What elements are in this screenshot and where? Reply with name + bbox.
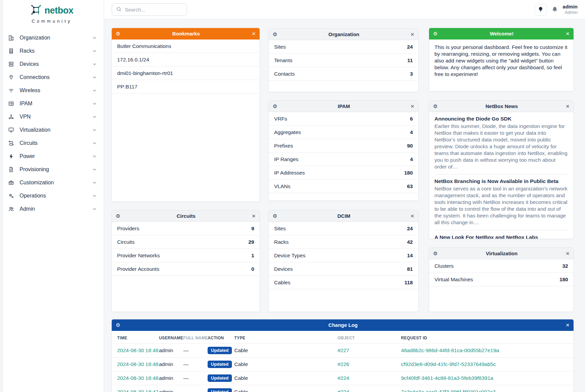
sidebar-item-wireless[interactable]: Wireless [0,84,104,97]
bookmark-item[interactable]: 172.16.0.1/24 [112,53,260,67]
dcim-widget: ⚙ DCIM × Sites24 Racks42 Device Types14 … [268,210,419,312]
chevron-down-icon [92,128,97,132]
column-header-time[interactable]: TIME [112,331,159,344]
widget-close-icon[interactable]: × [566,250,569,257]
column-header-username[interactable]: USERNAME [159,331,183,344]
wifi-icon [8,87,15,94]
chevron-down-icon [92,154,97,159]
bookmark-item[interactable]: PP:B117 [112,80,260,94]
request-id-link[interactable]: 48ad8b2c-986d-44fd-81ca-00d55b27e19a [401,347,499,353]
widget-close-icon[interactable]: × [252,213,256,219]
brand-name: netbox [45,5,74,16]
sidebar-item-virtualization[interactable]: Virtualization [0,123,104,136]
chevron-down-icon [92,114,97,119]
widget-config-icon[interactable]: ⚙ [433,104,437,109]
column-header-type[interactable]: TYPE [234,331,338,344]
changelog-row: 2024-08-30 18:47 admin — Updated Cable #… [112,385,574,392]
search-box[interactable] [112,3,187,16]
sidebar-item-power[interactable]: Power [0,150,104,163]
stat-row: Providers9 [112,222,260,235]
sidebar-item-connections[interactable]: Connections [0,71,104,84]
sidebar-item-devices[interactable]: Devices [0,57,104,71]
sidebar-item-operations[interactable]: Operations [0,189,104,202]
news-headline-link[interactable]: Announcing the Diode Go SDK [434,116,568,122]
changelog-table: TIME USERNAME FULL NAME ACTION TYPE OBJE… [112,331,574,392]
widget-close-icon[interactable]: × [410,31,414,37]
toolbox-icon [8,179,15,186]
sidebar-item-circuits[interactable]: Circuits [0,136,104,150]
virtualization-widget: ⚙ Virtualization × Clusters32 Virtual Ma… [429,247,574,312]
request-id-link[interactable]: 9cf40fdf-3461-4c88-81a3-5feb39f8391a [401,375,493,381]
sidebar-item-provisioning[interactable]: Provisioning [0,163,104,176]
changelog-row: 2024-08-30 18:48 admin — Updated Cable #… [112,371,574,385]
widget-title: Organization [277,31,410,37]
time-link[interactable]: 2024-08-30 18:48 [117,375,158,381]
notifications-button[interactable] [552,6,558,14]
user-menu[interactable]: admin Admin [563,4,578,16]
widget-config-icon[interactable]: ⚙ [116,322,120,328]
widget-config-icon[interactable]: ⚙ [273,32,277,37]
time-link[interactable]: 2024-08-30 18:48 [117,361,158,367]
widget-close-icon[interactable]: × [566,30,569,37]
time-link[interactable]: 2024-08-30 18:47 [117,389,158,392]
type-cell: Cable [234,385,338,392]
column-header-action[interactable]: ACTION [208,331,234,344]
action-badge: Updated [208,374,232,382]
monitor-icon [8,127,15,133]
netbox-logo-icon [30,4,42,17]
stat-row: Device Types14 [269,249,418,262]
widget-title: Circuits [120,213,251,219]
widget-close-icon[interactable]: × [410,213,414,219]
widget-config-icon[interactable]: ⚙ [433,251,437,256]
widget-config-icon[interactable]: ⚙ [273,213,277,218]
sidebar-item-customization[interactable]: Customization [0,176,104,189]
search-input[interactable] [125,7,176,12]
sidebar-item-organization[interactable]: Organization [0,31,104,44]
user-area: admin Admin [535,0,578,19]
request-id-link[interactable]: 7a3c4e3a-aac0-47f3-996f-f89301c007c3 [401,389,496,392]
bookmark-item[interactable]: Butler Communications [112,40,260,53]
full-name-cell: — [183,358,208,371]
ip-box-icon [8,100,15,107]
sidebar-item-ipam[interactable]: IPAM [0,97,104,110]
sidebar-item-vpn[interactable]: VPN [0,110,104,123]
object-link[interactable]: #226 [338,361,349,367]
full-name-cell: — [183,344,208,358]
time-link[interactable]: 2024-08-30 18:48 [117,347,158,353]
request-id-link[interactable]: cf92d3e6-d09d-41fc-9fd7-52337649ab5c [401,361,496,367]
widget-close-icon[interactable]: × [252,30,256,37]
sidebar-item-racks[interactable]: Racks [0,44,104,57]
user-role: Admin [563,10,578,16]
column-header-request-id[interactable]: REQUEST ID [401,331,574,344]
circuits-widget: ⚙ Circuits × Providers9 Circuits29 Provi… [111,210,260,312]
object-link[interactable]: #227 [338,347,349,353]
sidebar-nav: Organization Racks Devices Connections [0,31,104,215]
sidebar-scrollbar[interactable] [0,0,3,392]
stat-row: VLANs63 [269,180,418,193]
bookmark-item[interactable]: dmi01-binghamton-rtr01 [112,67,260,80]
object-link[interactable]: #224 [338,375,349,381]
theme-toggle-button[interactable] [535,4,547,16]
username-cell: admin [159,385,183,392]
news-headline-link[interactable]: A New Look For NetBox and NetBox Labs [434,230,568,239]
news-item: Announcing the Diode Go SDK Earlier this… [434,112,568,175]
widget-config-icon[interactable]: ⚙ [433,31,437,36]
rack-icon [8,48,15,54]
widget-config-icon[interactable]: ⚙ [116,213,120,218]
news-text: NetBox serves as a core tool in an organ… [434,185,568,226]
widget-config-icon[interactable]: ⚙ [116,31,120,36]
object-link[interactable]: #224 [338,389,349,392]
stat-row: Virtual Machines180 [429,273,574,286]
widget-title: Bookmarks [120,31,251,36]
sidebar-item-admin[interactable]: Admin [0,202,104,215]
brand[interactable]: netbox Community [0,0,104,24]
widget-close-icon[interactable]: × [566,103,569,109]
plug-icon [8,74,15,80]
widget-close-icon[interactable]: × [566,322,569,328]
action-badge: Updated [208,347,232,354]
news-headline-link[interactable]: NetBox Branching is Now Available in Pub… [434,178,568,184]
brand-subtitle: Community [0,19,104,24]
column-header-object: OBJECT [338,331,401,344]
widget-config-icon[interactable]: ⚙ [273,104,277,109]
widget-close-icon[interactable]: × [410,103,414,109]
